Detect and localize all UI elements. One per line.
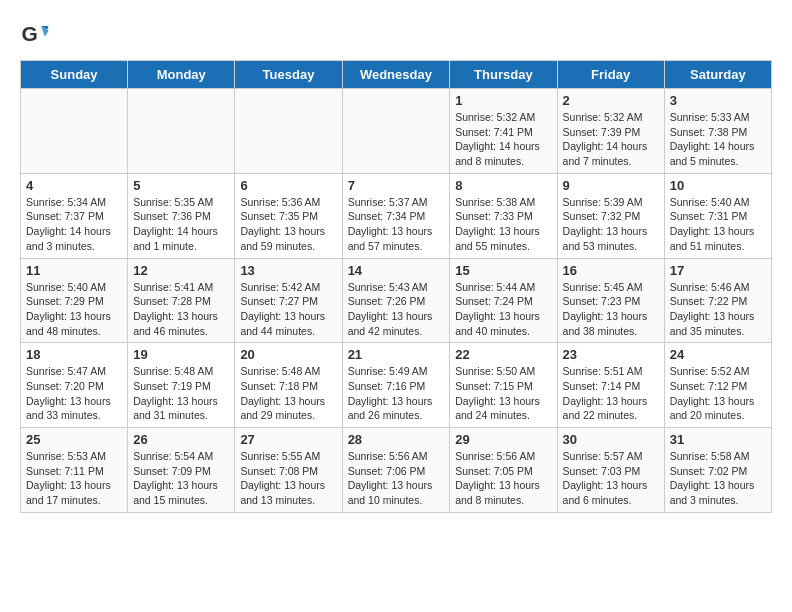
day-content: Sunrise: 5:46 AM Sunset: 7:22 PM Dayligh…: [670, 280, 766, 339]
week-row-5: 25Sunrise: 5:53 AM Sunset: 7:11 PM Dayli…: [21, 428, 772, 513]
day-content: Sunrise: 5:52 AM Sunset: 7:12 PM Dayligh…: [670, 364, 766, 423]
day-number: 8: [455, 178, 551, 193]
calendar-cell: 27Sunrise: 5:55 AM Sunset: 7:08 PM Dayli…: [235, 428, 342, 513]
calendar-cell: 12Sunrise: 5:41 AM Sunset: 7:28 PM Dayli…: [128, 258, 235, 343]
calendar-cell: 19Sunrise: 5:48 AM Sunset: 7:19 PM Dayli…: [128, 343, 235, 428]
day-number: 17: [670, 263, 766, 278]
calendar-cell: 6Sunrise: 5:36 AM Sunset: 7:35 PM Daylig…: [235, 173, 342, 258]
calendar-cell: 5Sunrise: 5:35 AM Sunset: 7:36 PM Daylig…: [128, 173, 235, 258]
day-number: 23: [563, 347, 659, 362]
day-number: 18: [26, 347, 122, 362]
day-content: Sunrise: 5:48 AM Sunset: 7:18 PM Dayligh…: [240, 364, 336, 423]
calendar-cell: 10Sunrise: 5:40 AM Sunset: 7:31 PM Dayli…: [664, 173, 771, 258]
logo: G: [20, 20, 54, 50]
day-content: Sunrise: 5:56 AM Sunset: 7:06 PM Dayligh…: [348, 449, 445, 508]
day-number: 31: [670, 432, 766, 447]
day-content: Sunrise: 5:53 AM Sunset: 7:11 PM Dayligh…: [26, 449, 122, 508]
day-number: 15: [455, 263, 551, 278]
calendar-cell: 4Sunrise: 5:34 AM Sunset: 7:37 PM Daylig…: [21, 173, 128, 258]
day-number: 28: [348, 432, 445, 447]
calendar-cell: [342, 89, 450, 174]
logo-icon: G: [20, 20, 50, 50]
day-content: Sunrise: 5:54 AM Sunset: 7:09 PM Dayligh…: [133, 449, 229, 508]
day-content: Sunrise: 5:38 AM Sunset: 7:33 PM Dayligh…: [455, 195, 551, 254]
svg-text:G: G: [22, 22, 38, 45]
weekday-header-wednesday: Wednesday: [342, 61, 450, 89]
day-content: Sunrise: 5:36 AM Sunset: 7:35 PM Dayligh…: [240, 195, 336, 254]
day-number: 16: [563, 263, 659, 278]
day-content: Sunrise: 5:58 AM Sunset: 7:02 PM Dayligh…: [670, 449, 766, 508]
day-number: 7: [348, 178, 445, 193]
day-number: 12: [133, 263, 229, 278]
day-number: 30: [563, 432, 659, 447]
calendar-cell: 22Sunrise: 5:50 AM Sunset: 7:15 PM Dayli…: [450, 343, 557, 428]
calendar-cell: 3Sunrise: 5:33 AM Sunset: 7:38 PM Daylig…: [664, 89, 771, 174]
calendar-cell: 13Sunrise: 5:42 AM Sunset: 7:27 PM Dayli…: [235, 258, 342, 343]
day-content: Sunrise: 5:50 AM Sunset: 7:15 PM Dayligh…: [455, 364, 551, 423]
weekday-header-row: SundayMondayTuesdayWednesdayThursdayFrid…: [21, 61, 772, 89]
day-number: 21: [348, 347, 445, 362]
day-content: Sunrise: 5:40 AM Sunset: 7:29 PM Dayligh…: [26, 280, 122, 339]
day-content: Sunrise: 5:35 AM Sunset: 7:36 PM Dayligh…: [133, 195, 229, 254]
calendar-cell: 18Sunrise: 5:47 AM Sunset: 7:20 PM Dayli…: [21, 343, 128, 428]
calendar-cell: 7Sunrise: 5:37 AM Sunset: 7:34 PM Daylig…: [342, 173, 450, 258]
day-content: Sunrise: 5:49 AM Sunset: 7:16 PM Dayligh…: [348, 364, 445, 423]
calendar-cell: [21, 89, 128, 174]
day-number: 13: [240, 263, 336, 278]
day-content: Sunrise: 5:57 AM Sunset: 7:03 PM Dayligh…: [563, 449, 659, 508]
calendar-cell: 31Sunrise: 5:58 AM Sunset: 7:02 PM Dayli…: [664, 428, 771, 513]
day-content: Sunrise: 5:42 AM Sunset: 7:27 PM Dayligh…: [240, 280, 336, 339]
calendar-cell: 15Sunrise: 5:44 AM Sunset: 7:24 PM Dayli…: [450, 258, 557, 343]
day-number: 4: [26, 178, 122, 193]
calendar-cell: 25Sunrise: 5:53 AM Sunset: 7:11 PM Dayli…: [21, 428, 128, 513]
calendar-cell: [128, 89, 235, 174]
day-number: 10: [670, 178, 766, 193]
day-content: Sunrise: 5:33 AM Sunset: 7:38 PM Dayligh…: [670, 110, 766, 169]
day-number: 3: [670, 93, 766, 108]
day-number: 24: [670, 347, 766, 362]
day-content: Sunrise: 5:32 AM Sunset: 7:39 PM Dayligh…: [563, 110, 659, 169]
day-content: Sunrise: 5:43 AM Sunset: 7:26 PM Dayligh…: [348, 280, 445, 339]
day-number: 26: [133, 432, 229, 447]
calendar-table: SundayMondayTuesdayWednesdayThursdayFrid…: [20, 60, 772, 513]
day-content: Sunrise: 5:51 AM Sunset: 7:14 PM Dayligh…: [563, 364, 659, 423]
week-row-4: 18Sunrise: 5:47 AM Sunset: 7:20 PM Dayli…: [21, 343, 772, 428]
calendar-cell: 8Sunrise: 5:38 AM Sunset: 7:33 PM Daylig…: [450, 173, 557, 258]
weekday-header-thursday: Thursday: [450, 61, 557, 89]
day-content: Sunrise: 5:37 AM Sunset: 7:34 PM Dayligh…: [348, 195, 445, 254]
day-number: 1: [455, 93, 551, 108]
day-content: Sunrise: 5:55 AM Sunset: 7:08 PM Dayligh…: [240, 449, 336, 508]
day-content: Sunrise: 5:47 AM Sunset: 7:20 PM Dayligh…: [26, 364, 122, 423]
day-content: Sunrise: 5:56 AM Sunset: 7:05 PM Dayligh…: [455, 449, 551, 508]
day-number: 14: [348, 263, 445, 278]
week-row-2: 4Sunrise: 5:34 AM Sunset: 7:37 PM Daylig…: [21, 173, 772, 258]
day-content: Sunrise: 5:40 AM Sunset: 7:31 PM Dayligh…: [670, 195, 766, 254]
calendar-cell: 1Sunrise: 5:32 AM Sunset: 7:41 PM Daylig…: [450, 89, 557, 174]
day-number: 6: [240, 178, 336, 193]
day-content: Sunrise: 5:34 AM Sunset: 7:37 PM Dayligh…: [26, 195, 122, 254]
calendar-cell: 21Sunrise: 5:49 AM Sunset: 7:16 PM Dayli…: [342, 343, 450, 428]
calendar-cell: 20Sunrise: 5:48 AM Sunset: 7:18 PM Dayli…: [235, 343, 342, 428]
day-content: Sunrise: 5:45 AM Sunset: 7:23 PM Dayligh…: [563, 280, 659, 339]
weekday-header-sunday: Sunday: [21, 61, 128, 89]
calendar-cell: 11Sunrise: 5:40 AM Sunset: 7:29 PM Dayli…: [21, 258, 128, 343]
day-content: Sunrise: 5:44 AM Sunset: 7:24 PM Dayligh…: [455, 280, 551, 339]
page-header: G: [20, 20, 772, 50]
weekday-header-tuesday: Tuesday: [235, 61, 342, 89]
calendar-cell: [235, 89, 342, 174]
calendar-cell: 17Sunrise: 5:46 AM Sunset: 7:22 PM Dayli…: [664, 258, 771, 343]
day-content: Sunrise: 5:48 AM Sunset: 7:19 PM Dayligh…: [133, 364, 229, 423]
day-content: Sunrise: 5:41 AM Sunset: 7:28 PM Dayligh…: [133, 280, 229, 339]
weekday-header-friday: Friday: [557, 61, 664, 89]
day-number: 20: [240, 347, 336, 362]
day-number: 27: [240, 432, 336, 447]
calendar-cell: 29Sunrise: 5:56 AM Sunset: 7:05 PM Dayli…: [450, 428, 557, 513]
day-number: 9: [563, 178, 659, 193]
week-row-1: 1Sunrise: 5:32 AM Sunset: 7:41 PM Daylig…: [21, 89, 772, 174]
calendar-cell: 16Sunrise: 5:45 AM Sunset: 7:23 PM Dayli…: [557, 258, 664, 343]
day-number: 5: [133, 178, 229, 193]
day-number: 22: [455, 347, 551, 362]
day-content: Sunrise: 5:39 AM Sunset: 7:32 PM Dayligh…: [563, 195, 659, 254]
day-number: 11: [26, 263, 122, 278]
calendar-cell: 24Sunrise: 5:52 AM Sunset: 7:12 PM Dayli…: [664, 343, 771, 428]
